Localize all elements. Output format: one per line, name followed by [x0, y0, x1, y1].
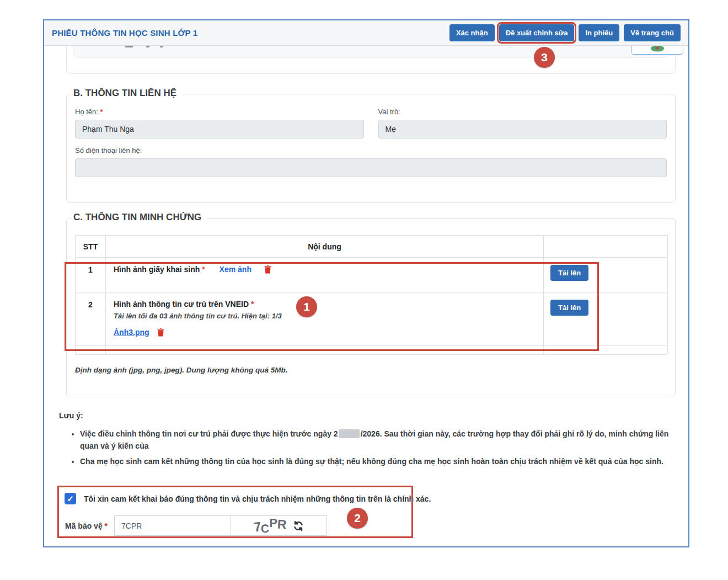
row2-note: Tải lên tối đa 03 ảnh thông tin cư trú. …	[114, 312, 536, 320]
row2-index: 2	[76, 292, 106, 346]
note-item-deadline: Việc điều chỉnh thông tin nơi cư trú phả…	[80, 428, 678, 452]
required-asterisk: *	[100, 108, 103, 116]
page-title: PHIẾU THÔNG TIN HỌC SINH LỚP 1	[52, 28, 197, 38]
field-phone: Số điện thoại liên hệ:	[75, 146, 667, 177]
row2-actions: Tải lên	[544, 292, 668, 346]
captcha-label: Mã bảo vệ *	[65, 522, 108, 530]
cropped-text-fragment	[146, 46, 149, 47]
fullname-label: Họ tên: *	[75, 108, 364, 116]
table-row: 1 Hình ảnh giấy khai sinh * Xem ảnh Tải …	[76, 258, 668, 292]
section-a-cropped-panel	[66, 46, 676, 74]
captcha-char: P	[269, 516, 277, 530]
evidence-table: STT Nội dung 1 Hình ảnh giấy khai sinh *…	[75, 235, 668, 355]
delete-icon[interactable]	[157, 328, 165, 337]
commitment-checkbox[interactable]: ✓	[65, 493, 76, 504]
redacted-date	[339, 429, 360, 438]
row2-title: Hình ảnh thông tin cư trú trên VNEID	[114, 300, 249, 308]
uploaded-file-link[interactable]: Ảnh3.png	[114, 328, 149, 337]
captcha-char: C	[260, 522, 270, 535]
home-button[interactable]: Về trang chủ	[624, 24, 681, 41]
captcha-input[interactable]	[114, 515, 231, 536]
cropped-text-fragment	[125, 46, 133, 47]
upload-button[interactable]: Tải lên	[550, 300, 588, 316]
commitment-row: ✓ Tôi xin cam kết khai báo đúng thông ti…	[65, 493, 431, 504]
row1-title: Hình ảnh giấy khai sinh	[114, 265, 200, 274]
image-format-note: Định dạng ảnh (jpg, png, jpeg). Dung lượ…	[75, 366, 667, 374]
table-header-row: STT Nội dung	[76, 236, 668, 258]
delete-icon[interactable]	[264, 265, 272, 274]
role-field	[378, 120, 667, 139]
checkmark-icon: ✓	[67, 494, 74, 504]
phone-label: Số điện thoại liên hệ:	[75, 146, 667, 155]
form-window: PHIẾU THÔNG TIN HỌC SINH LỚP 1 Xác nhận …	[43, 19, 689, 547]
fullname-field	[75, 120, 364, 139]
field-role: Vai trò:	[378, 108, 667, 139]
header-stt: STT	[76, 236, 106, 258]
top-bar-actions: Xác nhận Đề xuất chỉnh sửa In phiếu Về t…	[449, 24, 681, 41]
annotation-step-2: 2	[347, 508, 368, 529]
cropped-text-fragment	[160, 46, 163, 47]
notes-block: Lưu ý: Việc điều chỉnh thông tin nơi cư …	[59, 411, 678, 472]
refresh-captcha-icon[interactable]	[293, 520, 304, 531]
view-image-link[interactable]: Xem ảnh	[220, 265, 251, 274]
print-form-button[interactable]: In phiếu	[579, 24, 619, 41]
section-contact: B. THÔNG TIN LIÊN HỆ Họ tên: * Vai trò: …	[66, 94, 676, 203]
required-asterisk: *	[202, 265, 205, 274]
section-contact-title: B. THÔNG TIN LIÊN HỆ	[71, 88, 182, 99]
header-actions	[544, 236, 668, 258]
row1-actions: Tải lên	[544, 258, 668, 292]
captcha-char: R	[277, 517, 287, 532]
row2-content: Hình ảnh thông tin cư trú trên VNEID * T…	[106, 292, 544, 346]
notes-title: Lưu ý:	[59, 411, 678, 420]
section-evidence-title: C. THÔNG TIN MINH CHỨNG	[71, 212, 207, 223]
image-icon	[650, 46, 665, 52]
header-content: Nội dung	[106, 236, 544, 258]
required-asterisk: *	[251, 300, 254, 308]
section-a-cropped-row	[73, 46, 668, 58]
field-fullname: Họ tên: *	[75, 108, 364, 139]
phone-field	[75, 158, 667, 177]
row1-index: 1	[76, 258, 106, 292]
required-asterisk: *	[105, 522, 108, 530]
row1-content: Hình ảnh giấy khai sinh * Xem ảnh	[106, 258, 544, 292]
table-row: 2 Hình ảnh thông tin cư trú trên VNEID *…	[76, 292, 668, 346]
attachment-preview-button[interactable]	[631, 46, 683, 55]
note-item-commitment: Cha mẹ học sinh cam kết những thông tin …	[80, 456, 678, 468]
captcha-image: 7CPR	[231, 515, 327, 536]
propose-edit-button[interactable]: Đề xuất chỉnh sửa	[499, 24, 575, 41]
confirm-button[interactable]: Xác nhận	[449, 24, 495, 41]
role-label: Vai trò:	[378, 108, 667, 116]
top-bar: PHIẾU THÔNG TIN HỌC SINH LỚP 1 Xác nhận …	[44, 20, 688, 46]
commitment-label: Tôi xin cam kết khai báo đúng thông tin …	[84, 494, 431, 503]
form-content: B. THÔNG TIN LIÊN HỆ Họ tên: * Vai trò: …	[44, 46, 688, 545]
captcha-row: Mã bảo vệ * 7CPR	[65, 515, 327, 536]
upload-button[interactable]: Tải lên	[550, 265, 588, 281]
table-spacer-row	[76, 346, 668, 355]
section-evidence: C. THÔNG TIN MINH CHỨNG STT Nội dung 1 H…	[66, 218, 676, 397]
